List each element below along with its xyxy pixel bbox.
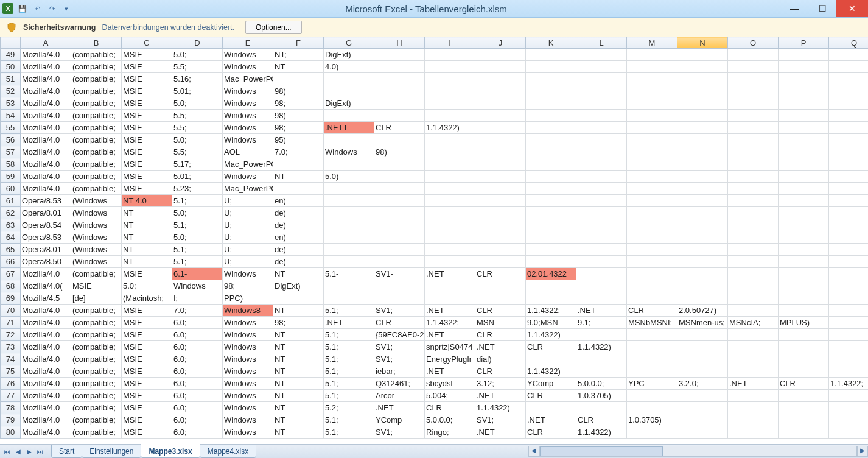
cell[interactable]: NT xyxy=(273,402,324,414)
cell[interactable]: CLR xyxy=(526,390,576,402)
tab-last-icon[interactable]: ⏭ xyxy=(35,448,45,455)
cell[interactable]: en) xyxy=(273,195,324,207)
cell[interactable]: YPC xyxy=(627,378,677,390)
cell[interactable]: (compatible; xyxy=(71,390,122,402)
cell[interactable] xyxy=(728,158,779,171)
cell[interactable]: 5.2; xyxy=(324,402,374,414)
cell[interactable] xyxy=(677,353,728,365)
cell[interactable]: Mozilla/4.0 xyxy=(21,305,71,317)
qat-undo-icon[interactable]: ↶ xyxy=(32,3,43,14)
cell[interactable]: (compatible; xyxy=(71,183,122,195)
cell[interactable] xyxy=(576,171,627,183)
cell[interactable] xyxy=(627,73,677,85)
cell[interactable]: Opera/8.01 xyxy=(21,207,71,219)
cell[interactable]: MSIE xyxy=(122,97,172,110)
cell[interactable]: dial) xyxy=(475,353,526,365)
cell[interactable] xyxy=(829,158,869,171)
cell[interactable]: 5.1- xyxy=(324,268,374,280)
cell[interactable]: [de] xyxy=(71,292,122,305)
cell[interactable]: 5.0; xyxy=(172,134,223,146)
cell[interactable]: Mozilla/4.0 xyxy=(21,97,71,110)
tab-prev-icon[interactable]: ◀ xyxy=(13,448,23,455)
cell[interactable] xyxy=(576,329,627,341)
cell[interactable] xyxy=(324,231,374,244)
cell[interactable] xyxy=(728,61,779,73)
cell[interactable] xyxy=(425,73,475,85)
cell[interactable]: MSIE xyxy=(122,49,172,61)
cell[interactable] xyxy=(677,414,728,426)
cell[interactable] xyxy=(728,171,779,183)
cell[interactable] xyxy=(526,231,576,244)
column-header[interactable]: J xyxy=(475,37,526,49)
cell[interactable] xyxy=(728,49,779,61)
cell[interactable] xyxy=(677,268,728,280)
cell[interactable]: MSNcIA; xyxy=(728,317,779,329)
cell[interactable]: EnergyPlugIr xyxy=(425,353,475,365)
cell[interactable] xyxy=(779,195,829,207)
cell[interactable] xyxy=(779,219,829,231)
cell[interactable]: MSIE xyxy=(122,146,172,158)
cell[interactable]: (compatible; xyxy=(71,317,122,329)
column-header[interactable]: B xyxy=(71,37,122,49)
qat-more-icon[interactable]: ▾ xyxy=(61,3,72,14)
cell[interactable]: 6.0; xyxy=(172,341,223,353)
cell[interactable] xyxy=(728,231,779,244)
column-header[interactable]: I xyxy=(425,37,475,49)
cell[interactable]: DigExt) xyxy=(273,280,324,292)
cell[interactable] xyxy=(779,134,829,146)
spreadsheet-grid[interactable]: ABCDEFGHIJKLMNOPQ 49Mozilla/4.0(compatib… xyxy=(0,37,868,439)
cell[interactable]: Mozilla/4.0 xyxy=(21,341,71,353)
cell[interactable]: Mozilla/4.0 xyxy=(21,378,71,390)
cell[interactable] xyxy=(425,158,475,171)
cell[interactable]: (compatible; xyxy=(71,353,122,365)
cell[interactable] xyxy=(728,219,779,231)
cell[interactable] xyxy=(829,390,869,402)
cell[interactable]: Windows xyxy=(223,122,273,134)
cell[interactable] xyxy=(475,292,526,305)
cell[interactable] xyxy=(425,61,475,73)
cell[interactable]: Mozilla/4.0 xyxy=(21,414,71,426)
row-header[interactable]: 73 xyxy=(1,341,21,353)
cell[interactable]: MSIE xyxy=(122,171,172,183)
cell[interactable]: 5.01; xyxy=(172,171,223,183)
row-header[interactable]: 65 xyxy=(1,244,21,256)
cell[interactable] xyxy=(627,61,677,73)
cell[interactable] xyxy=(779,231,829,244)
cell[interactable]: Ringo; xyxy=(425,426,475,439)
cell[interactable] xyxy=(779,244,829,256)
cell[interactable]: MSNmen-us; xyxy=(677,317,728,329)
cell[interactable] xyxy=(728,256,779,268)
cell[interactable]: MSIE xyxy=(122,378,172,390)
cell[interactable]: 5.17; xyxy=(172,158,223,171)
cell[interactable]: Mozilla/4.0 xyxy=(21,110,71,122)
cell[interactable]: 6.0; xyxy=(172,402,223,414)
cell[interactable]: (compatible; xyxy=(71,268,122,280)
cell[interactable] xyxy=(627,353,677,365)
row-header[interactable]: 61 xyxy=(1,195,21,207)
column-header[interactable]: L xyxy=(576,37,627,49)
cell[interactable] xyxy=(829,110,869,122)
cell[interactable]: MSIE xyxy=(122,365,172,378)
cell[interactable] xyxy=(829,49,869,61)
cell[interactable]: CLR xyxy=(779,378,829,390)
cell[interactable] xyxy=(526,244,576,256)
cell[interactable]: 5.0; xyxy=(172,207,223,219)
cell[interactable]: 6.0; xyxy=(172,365,223,378)
cell[interactable]: 5.1; xyxy=(172,195,223,207)
cell[interactable]: Windows xyxy=(223,85,273,97)
cell[interactable] xyxy=(779,329,829,341)
cell[interactable] xyxy=(425,280,475,292)
cell[interactable]: 2.0.50727) xyxy=(677,305,728,317)
cell[interactable]: NT 4.0 xyxy=(122,195,172,207)
cell[interactable]: Mozilla/4.0 xyxy=(21,146,71,158)
row-header[interactable]: 62 xyxy=(1,207,21,219)
cell[interactable] xyxy=(627,341,677,353)
cell[interactable]: NT xyxy=(273,378,324,390)
column-header[interactable]: D xyxy=(172,37,223,49)
cell[interactable]: 5.0.0.0; xyxy=(576,378,627,390)
cell[interactable] xyxy=(728,85,779,97)
cell[interactable] xyxy=(526,219,576,231)
cell[interactable] xyxy=(779,146,829,158)
column-header[interactable]: G xyxy=(324,37,374,49)
cell[interactable] xyxy=(779,390,829,402)
